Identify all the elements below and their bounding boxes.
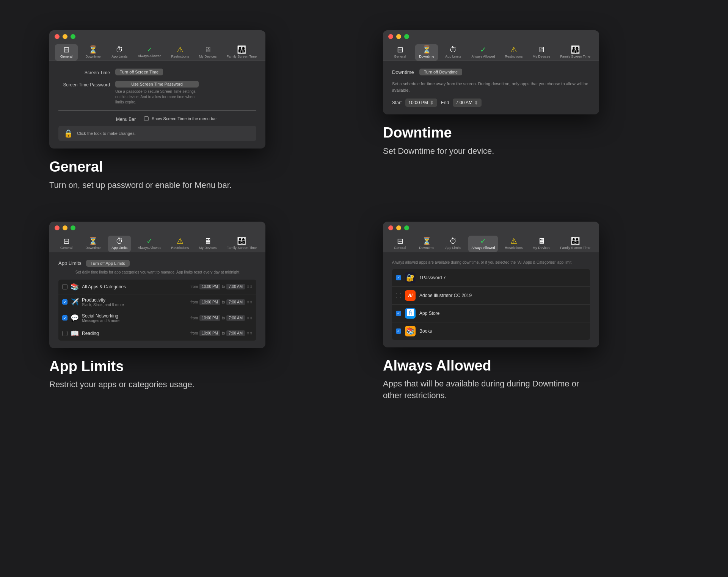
al-toolbar-applimits[interactable]: ⏱ App Limits	[108, 236, 131, 252]
aa-toolbar-general[interactable]: ⊟ General	[389, 236, 411, 252]
al-toolbar-alwaysallowed[interactable]: ✓ Always Allowed	[135, 236, 164, 252]
aa-toolbar-applimits[interactable]: ⏱ App Limits	[442, 236, 464, 252]
lock-icon: 🔒	[64, 129, 73, 138]
applimits-window: ⊟ General ⏳ Downtime ⏱ App Limits ✓ Alwa…	[49, 222, 265, 348]
tl-yellow-aa[interactable]	[396, 225, 401, 230]
turn-off-downtime-button[interactable]: Turn off Downtime	[419, 69, 462, 75]
tl-green-downtime[interactable]	[404, 34, 409, 39]
app-icon-social: 💬	[71, 314, 79, 322]
app-row-reading[interactable]: 📖 Reading from 10:00 PM to 7:00 AM ⬍⬍	[58, 326, 256, 341]
aa-header-desc: Always allowed apps are available during…	[392, 260, 590, 265]
app-check-reading[interactable]	[62, 331, 67, 336]
tl-yellow-general[interactable]	[63, 34, 67, 39]
start-stepper[interactable]: ⬍	[430, 100, 434, 106]
lock-row[interactable]: 🔒 Click the lock to make changes.	[58, 126, 256, 141]
al-restrictions-icon: ⚠	[177, 237, 184, 245]
time-range-social: from 10:00 PM to 7:00 AM ⬍⬍	[190, 315, 253, 321]
app-row-productivity[interactable]: ✓ ✈️ Productivity Slack, Slack, and 9 mo…	[58, 294, 256, 310]
downtime-title: Downtime	[383, 125, 679, 141]
aa-restrictions-icon: ⚠	[510, 237, 517, 245]
tl-red-applimits[interactable]	[55, 225, 60, 230]
toolbar-applimits[interactable]: ⏱ App Limits	[108, 44, 131, 61]
divider-1	[58, 110, 256, 111]
dt-toolbar-restrictions[interactable]: ⚠ Restrictions	[502, 44, 526, 61]
toolbar-mydevices[interactable]: 🖥 My Devices	[196, 44, 220, 61]
al-toolbar-restrictions[interactable]: ⚠ Restrictions	[168, 236, 192, 252]
allowed-row-adobe[interactable]: Ai Adobe Illustrator CC 2019	[392, 287, 590, 305]
app-check-productivity[interactable]: ✓	[62, 299, 67, 305]
app-icon-productivity: ✈️	[71, 298, 79, 306]
app-row-all[interactable]: 📚 All Apps & Categories from 10:00 PM to…	[58, 280, 256, 294]
al-toolbar-downtime[interactable]: ⏳ Downtime	[82, 236, 104, 252]
tl-green-general[interactable]	[71, 34, 75, 39]
allowed-check-books[interactable]: ✓	[396, 328, 401, 334]
turn-off-screentime-button[interactable]: Turn off Screen Time	[115, 69, 163, 75]
dt-toolbar-downtime[interactable]: ⏳ Downtime	[415, 44, 438, 61]
dt-toolbar-general[interactable]: ⊟ General	[389, 44, 411, 61]
downtime-icon: ⏳	[88, 46, 98, 53]
tl-red-aa[interactable]	[388, 225, 393, 230]
dt-toolbar-general-label: General	[394, 55, 406, 58]
app-sub-productivity: Slack, Slack, and 9 more	[82, 303, 187, 307]
menubar-row: Menu Bar Show Screen Time in the menu ba…	[58, 115, 256, 122]
dt-restrictions-icon: ⚠	[510, 46, 517, 53]
allowed-row-appstore[interactable]: ✓ 🅰 App Store	[392, 305, 590, 322]
al-toolbar-mydevices[interactable]: 🖥 My Devices	[196, 236, 220, 252]
dt-toolbar-mydevices[interactable]: 🖥 My Devices	[530, 44, 554, 61]
toolbar-alwaysallowed[interactable]: ✓ Always Allowed	[135, 45, 164, 60]
turn-off-applimits-button[interactable]: Turn off App Limits	[86, 260, 130, 267]
app-row-social[interactable]: ✓ 💬 Social Networking Messages and 5 mor…	[58, 310, 256, 326]
tl-green-aa[interactable]	[404, 225, 409, 230]
from-label-reading: from	[190, 331, 198, 335]
tl-yellow-downtime[interactable]	[396, 34, 401, 39]
al-toolbar-general[interactable]: ⊟ General	[55, 236, 78, 252]
menubar-check-label: Show Screen Time in the menu bar	[152, 116, 217, 121]
tl-red-general[interactable]	[55, 34, 60, 39]
app-info-social: Social Networking Messages and 5 more	[82, 313, 187, 323]
end-time-field[interactable]: 7:00 AM ⬍	[453, 99, 482, 107]
menubar-checkbox[interactable]	[144, 116, 149, 121]
toolbar-familyscreentime[interactable]: 👨‍👩‍👧 Family Screen Time	[223, 44, 260, 61]
to-label-social: to	[222, 316, 225, 320]
allowed-check-1password[interactable]: ✓	[396, 275, 401, 280]
use-screentime-password-button[interactable]: Use Screen Time Password	[115, 81, 199, 88]
end-stepper[interactable]: ⬍	[474, 100, 479, 106]
from-label-productivity: from	[190, 300, 198, 304]
allowed-row-books[interactable]: ✓ 📚 Books	[392, 322, 590, 340]
allowed-check-adobe[interactable]	[396, 293, 401, 298]
aa-toolbar-restrictions[interactable]: ⚠ Restrictions	[502, 236, 526, 252]
al-toolbar-restrictions-label: Restrictions	[171, 246, 189, 250]
tl-green-applimits[interactable]	[71, 225, 75, 230]
toolbar-general[interactable]: ⊟ General	[55, 44, 78, 61]
dt-toolbar-alwaysallowed[interactable]: ✓ Always Allowed	[468, 44, 498, 61]
aa-toolbar-alwaysallowed[interactable]: ✓ Always Allowed	[468, 236, 498, 252]
app-check-social[interactable]: ✓	[62, 315, 67, 321]
screentime-label: Screen Time	[58, 69, 115, 75]
allowed-name-appstore: App Store	[419, 311, 439, 316]
start-time-field[interactable]: 10:00 PM ⬍	[405, 99, 437, 107]
dt-toolbar-applimits[interactable]: ⏱ App Limits	[442, 44, 464, 61]
toolbar-restrictions[interactable]: ⚠ Restrictions	[168, 44, 192, 61]
al-applimits-icon: ⏱	[116, 237, 123, 245]
restrictions-icon: ⚠	[177, 46, 184, 53]
applimits-header: App Limits Turn off App Limits	[58, 260, 256, 267]
dt-toolbar-familyscreentime[interactable]: 👨‍👩‍👧 Family Screen Time	[557, 44, 593, 61]
aa-toolbar-familyscreentime[interactable]: 👨‍👩‍👧 Family Screen Time	[557, 236, 593, 252]
toolbar-downtime[interactable]: ⏳ Downtime	[82, 44, 104, 61]
al-toolbar-familyscreentime[interactable]: 👨‍👩‍👧 Family Screen Time	[223, 236, 260, 252]
general-body: Screen Time Turn off Screen Time Screen …	[49, 61, 265, 149]
time-range-all: from 10:00 PM to 7:00 AM ⬍⬍	[190, 284, 253, 289]
app-check-all[interactable]	[62, 284, 67, 289]
al-general-icon: ⊟	[63, 237, 70, 245]
aa-toolbar-mydevices[interactable]: 🖥 My Devices	[530, 236, 554, 252]
screentime-password-desc: Use a passcode to secure Screen Time set…	[115, 89, 199, 105]
tl-yellow-applimits[interactable]	[63, 225, 67, 230]
app-name-all: All Apps & Categories	[82, 284, 187, 289]
downtime-header: Downtime Turn off Downtime	[392, 69, 590, 75]
dt-downtime-icon: ⏳	[422, 46, 431, 53]
aa-toolbar-downtime[interactable]: ⏳ Downtime	[415, 236, 438, 252]
allowed-row-1password[interactable]: ✓ 🔐 1Password 7	[392, 269, 590, 287]
allowed-check-appstore[interactable]: ✓	[396, 311, 401, 316]
time-range-productivity: from 10:00 PM to 7:00 AM ⬍⬍	[190, 299, 253, 305]
tl-red-downtime[interactable]	[388, 34, 393, 39]
